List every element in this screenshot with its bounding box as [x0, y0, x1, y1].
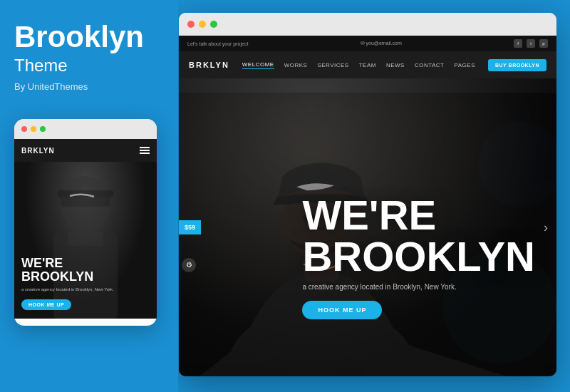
nav-link-contact[interactable]: CONTACT	[415, 62, 445, 68]
svg-rect-4	[68, 232, 103, 246]
hero-main-title: WE'RE BROOKLYN	[302, 195, 535, 277]
mobile-hamburger-icon[interactable]	[140, 147, 150, 154]
mobile-hero-title: WE'REBROOKLYN	[21, 257, 150, 285]
desktop-dot-green	[210, 21, 217, 28]
twitter-icon[interactable]: t	[527, 39, 535, 48]
settings-icon[interactable]: ⚙	[182, 258, 196, 272]
mobile-hero-content: WE'REBROOKLYN a creative agency located …	[21, 257, 150, 311]
topbar-left-text: Let's talk about your project	[187, 41, 248, 46]
site-nav-links: WELCOME WORKS SERVICES TEAM NEWS CONTACT…	[242, 61, 475, 69]
desktop-dot-yellow	[199, 21, 206, 28]
mobile-nav: BRKLYN	[14, 139, 157, 162]
left-panel: Brooklyn Theme By UnitedThemes BRKLYN	[0, 0, 178, 392]
hero-next-arrow[interactable]: ›	[544, 220, 548, 235]
theme-by: By UnitedThemes	[14, 81, 164, 92]
nav-link-works[interactable]: WORKS	[284, 62, 308, 68]
desktop-browser-bar	[179, 13, 556, 36]
price-tag: $59	[179, 220, 201, 234]
buy-brooklyn-button[interactable]: BUY BROOKLYN	[488, 59, 546, 71]
site-navbar: BRKLYN WELCOME WORKS SERVICES TEAM NEWS …	[179, 51, 556, 78]
nav-link-news[interactable]: NEWS	[386, 62, 405, 68]
nav-link-pages[interactable]: PAGES	[455, 62, 475, 68]
mobile-browser-bar	[14, 119, 157, 139]
svg-point-10	[277, 211, 291, 231]
mobile-dot-yellow	[31, 126, 36, 132]
theme-subtitle: Theme	[14, 56, 164, 76]
mobile-mockup: BRKLYN WE'REBROOKLYN a creative agency l…	[14, 119, 157, 326]
topbar-social-icons: f t p	[514, 39, 548, 48]
nav-link-welcome[interactable]: WELCOME	[242, 61, 274, 69]
mobile-dot-red	[21, 126, 27, 132]
nav-link-services[interactable]: SERVICES	[317, 62, 348, 68]
theme-title: Brooklyn	[14, 21, 164, 53]
desktop-mockup: Let's talk about your project ✉ you@emai…	[179, 13, 556, 376]
site-hero: $59 ⚙ WE'RE BROOKLYN a creative agency l…	[179, 78, 556, 376]
nav-link-team[interactable]: TEAM	[359, 62, 376, 68]
hero-tagline: a creative agency located in Brooklyn, N…	[302, 283, 535, 291]
mobile-cta-button[interactable]: HOOK ME UP	[21, 299, 71, 310]
mobile-hero: WE'REBROOKLYN a creative agency located …	[14, 162, 157, 319]
mobile-nav-logo: BRKLYN	[21, 147, 55, 155]
desktop-dot-red	[187, 21, 195, 28]
right-panel: Let's talk about your project ✉ you@emai…	[178, 0, 570, 392]
site-logo: BRKLYN	[189, 61, 229, 69]
hero-cta-button[interactable]: HOOK ME UP	[302, 301, 382, 319]
facebook-icon[interactable]: f	[514, 39, 522, 48]
mobile-hero-tagline: a creative agency located in Brooklyn, N…	[21, 287, 150, 292]
topbar-center-text: ✉ you@email.com	[361, 41, 402, 46]
hero-content: WE'RE BROOKLYN a creative agency located…	[302, 195, 535, 319]
site-topbar: Let's talk about your project ✉ you@emai…	[179, 36, 556, 51]
desktop-site: Let's talk about your project ✉ you@emai…	[179, 36, 556, 376]
mobile-dot-green	[40, 126, 46, 132]
pinterest-icon[interactable]: p	[539, 39, 548, 48]
